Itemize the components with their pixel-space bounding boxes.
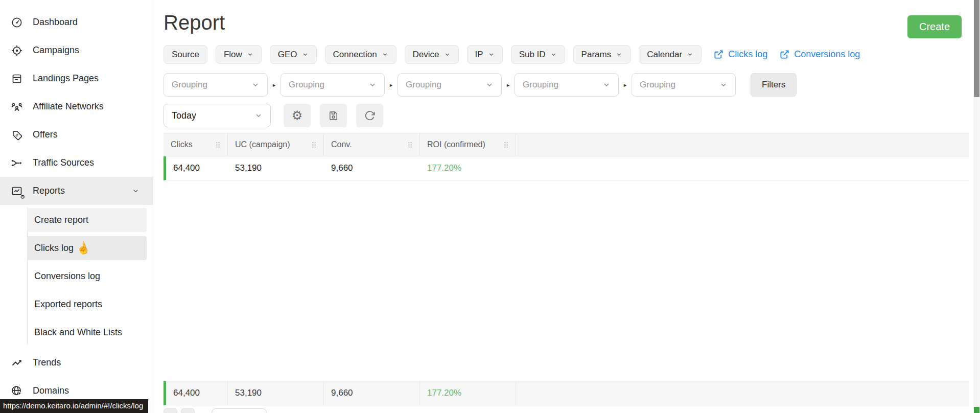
drag-handle-icon[interactable] [406, 141, 414, 149]
status-url-bar: https://demo.keitaro.io/admin/#!/clicks/… [0, 399, 148, 413]
grouping-select-4[interactable]: Grouping [515, 73, 619, 97]
filter-chip-device[interactable]: Device [405, 45, 459, 64]
sidebar-item-trends[interactable]: Trends [0, 349, 153, 377]
sidebar-item-label: Affiliate Networks [33, 101, 104, 112]
column-header-uc-campaign[interactable]: UC (campaign) [228, 133, 324, 156]
chevron-down-icon [132, 187, 139, 195]
sidebar-item-campaigns[interactable]: Campaigns [0, 36, 153, 64]
sidebar-item-landings-pages[interactable]: Landings Pages [0, 64, 153, 93]
link-label: Conversions log [794, 49, 860, 60]
column-header-roi-confirmed[interactable]: ROI (confirmed) [420, 133, 516, 156]
column-label: Clicks [171, 140, 193, 149]
status-url-text: https://demo.keitaro.io/admin/#!/clicks/… [3, 401, 143, 410]
filter-chip-connection[interactable]: Connection [325, 45, 396, 64]
chip-label: Sub ID [519, 50, 546, 60]
pagination-row [164, 408, 969, 413]
filter-chip-sub-id[interactable]: Sub ID [511, 45, 565, 64]
submenu-item-black-white-lists[interactable]: Black and White Lists [27, 320, 147, 345]
chevron-down-icon [368, 81, 377, 89]
chevron-down-icon [488, 51, 495, 58]
filter-chip-calendar[interactable]: Calendar [639, 45, 702, 64]
report-settings-button[interactable]: ⚙ [284, 104, 311, 127]
chevron-down-icon [254, 111, 263, 120]
refresh-report-button[interactable] [356, 104, 383, 127]
chevron-down-icon [382, 51, 388, 58]
sidebar: Dashboard Campaigns Landings Pages Affil… [0, 0, 153, 413]
chip-label: Source [172, 50, 199, 60]
app-window: Dashboard Campaigns Landings Pages Affil… [0, 0, 980, 413]
column-label: Conv. [331, 140, 352, 149]
rows-per-page-select[interactable] [212, 408, 267, 413]
filter-chip-params[interactable]: Params [573, 45, 631, 64]
filter-chip-ip[interactable]: IP [467, 45, 503, 64]
sidebar-item-traffic-sources[interactable]: Traffic Sources [0, 149, 153, 177]
totals-roi-confirmed: 177.20% [420, 381, 516, 405]
submenu-item-exported-reports[interactable]: Exported reports [27, 292, 147, 316]
link-label: Clicks log [728, 49, 767, 60]
scrollbar-green-mark [974, 407, 979, 413]
external-link-icon [780, 50, 789, 59]
table-totals-row: 64,400 53,190 9,660 177.20% [164, 381, 969, 405]
drag-handle-icon[interactable] [310, 141, 318, 149]
grouping-placeholder: Grouping [523, 80, 558, 90]
table-row[interactable]: 64,400 53,190 9,660 177.20% [164, 156, 969, 180]
pagination-next-button[interactable] [181, 408, 195, 413]
chevron-down-icon [444, 51, 451, 58]
submenu-item-clicks-log[interactable]: Clicks log ☝ [27, 236, 147, 260]
pagination-prev-button[interactable] [164, 408, 177, 413]
chip-label: Calendar [647, 50, 682, 60]
submenu-item-label: Exported reports [34, 299, 102, 310]
grouping-row: Grouping ▸ Grouping ▸ Grouping ▸ Groupin… [164, 73, 969, 97]
submenu-item-label: Clicks log [34, 243, 74, 254]
grouping-select-1[interactable]: Grouping [164, 73, 268, 97]
conversions-log-link[interactable]: Conversions log [780, 49, 860, 60]
drag-handle-icon[interactable] [502, 141, 510, 149]
chevron-down-icon [302, 51, 309, 58]
save-report-button[interactable] [320, 104, 347, 127]
grouping-select-5[interactable]: Grouping [632, 73, 736, 97]
clicks-log-link[interactable]: Clicks log [714, 49, 767, 60]
scrollbar-thumb[interactable] [974, 0, 979, 97]
chevron-down-icon [485, 81, 494, 89]
sidebar-item-dashboard[interactable]: Dashboard [0, 8, 153, 36]
vertical-scrollbar[interactable] [973, 0, 980, 413]
date-range-select[interactable]: Today [164, 104, 271, 127]
page-title: Report [164, 10, 969, 35]
submenu-item-label: Conversions log [34, 271, 100, 282]
cell-uc-campaign: 53,190 [228, 163, 324, 173]
chip-label: Connection [333, 50, 377, 60]
traffic-sources-icon [11, 157, 23, 169]
cell-conv: 9,660 [324, 163, 420, 173]
filter-chip-flow[interactable]: Flow [216, 45, 262, 64]
submenu-item-conversions-log[interactable]: Conversions log [27, 264, 147, 288]
sidebar-item-label: Reports [33, 186, 65, 196]
chevron-down-icon [247, 51, 253, 58]
submenu-item-label: Create report [34, 215, 88, 225]
submenu-item-create-report[interactable]: Create report [27, 208, 147, 232]
hand-cursor-icon: ☝ [75, 240, 92, 257]
triangle-separator-icon: ▸ [619, 82, 632, 88]
filter-chip-source[interactable]: Source [164, 45, 207, 64]
grouping-select-2[interactable]: Grouping [281, 73, 385, 97]
sidebar-item-reports[interactable]: ⚙ Reports [0, 177, 153, 205]
filter-chip-geo[interactable]: GEO [270, 45, 317, 64]
table-header-row: Clicks UC (campaign) Conv. [164, 133, 969, 156]
column-header-conv[interactable]: Conv. [324, 133, 420, 156]
landings-pages-icon [11, 73, 23, 85]
drag-handle-icon[interactable] [214, 141, 222, 149]
column-header-clicks[interactable]: Clicks [164, 133, 228, 156]
sidebar-item-offers[interactable]: $ Offers [0, 121, 153, 149]
chevron-down-icon [550, 51, 557, 58]
create-button[interactable]: Create [907, 15, 962, 38]
sidebar-item-affiliate-networks[interactable]: Affiliate Networks [0, 93, 153, 121]
filter-chips-row: Source Flow GEO Connection Device IP [164, 45, 969, 64]
submenu-item-label: Black and White Lists [34, 327, 122, 338]
trends-icon [11, 357, 23, 369]
campaigns-icon [11, 44, 23, 57]
report-table: Clicks UC (campaign) Conv. [164, 133, 969, 413]
grouping-select-3[interactable]: Grouping [398, 73, 502, 97]
cell-clicks: 64,400 [166, 163, 228, 173]
chevron-down-icon [251, 81, 260, 89]
filters-button[interactable]: Filters [751, 73, 797, 97]
sidebar-item-label: Domains [33, 385, 69, 396]
